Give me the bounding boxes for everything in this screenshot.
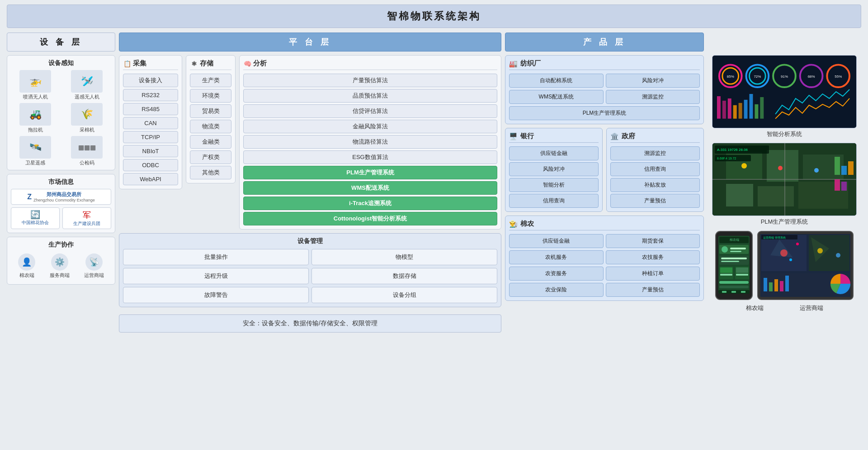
collab-icons: 👤 棉农端 ⚙️ 服务商端 📡 运营商端 [11, 252, 111, 281]
collect-item-7: WebAPI [123, 173, 178, 185]
svg-text:68%: 68% [808, 75, 815, 79]
svg-rect-18 [744, 100, 748, 119]
govt-item-2: 补贴发放 [610, 178, 700, 192]
device-mgmt-batch: 批量操作 [123, 249, 309, 265]
farmer-item-4: 期货套保 [606, 234, 700, 248]
device-mgmt-storage: 数据存储 [311, 268, 497, 284]
main-wrapper: 智棉物联系统架构 设 备 层 平 台 层 产 品 层 设备感知 🚁 喷洒无人机 … [0, 0, 868, 450]
svg-rect-80 [769, 282, 773, 291]
analysis-item-wms: WMS配送系统 [243, 181, 497, 195]
govt-icon: 🏛️ [610, 132, 619, 141]
bank-title: 银行 [520, 132, 534, 141]
svg-rect-51 [730, 251, 741, 252]
market-info-section: 市场信息 Z 郑州商品交易所 Zhengzhou Commodity Excha… [7, 174, 115, 233]
svg-rect-62 [719, 286, 749, 288]
textile-icon: 🏭 [509, 60, 518, 68]
security-bar: 安全：设备安全、数据传输/存储安全、权限管理 [119, 314, 501, 333]
analysis-item-5: ESG数值算法 [243, 150, 497, 164]
farmer-item-5: 农技服务 [606, 250, 700, 264]
svg-rect-53 [721, 258, 747, 259]
production-collab-section: 生产协作 👤 棉农端 ⚙️ 服务商端 📡 运营商端 [7, 237, 115, 285]
govt-section: 🏛️ 政府 溯源监控 信用查询 补贴发放 产量预估 [606, 128, 704, 212]
barcode-icon: ▦▦▦ [71, 136, 103, 159]
svg-text:棉农端: 棉农端 [730, 238, 739, 241]
farmer-item-1: 农机服务 [509, 250, 604, 264]
device-column: 设备感知 🚁 喷洒无人机 🛩️ 遥感无人机 🚜 拖拉机 [7, 55, 115, 285]
svg-point-37 [778, 166, 783, 170]
govt-item-3: 产量预估 [610, 194, 700, 208]
textile-item-1: 风险对冲 [606, 74, 700, 88]
device-grid: 🚁 喷洒无人机 🛩️ 遥感无人机 🚜 拖拉机 🌾 采棉机 [11, 70, 111, 166]
bank-item-0: 供应链金融 [509, 146, 599, 160]
storage-items: 生产类 环境类 贸易类 物流类 金融类 产权类 其他类 [190, 74, 231, 179]
zhengzhou-exchange-logo: Z 郑州商品交易所 Zhengzhou Commodity Exchange [11, 189, 111, 205]
textile-section: 🏭 纺织厂 自动配棉系统 风险对冲 WMS配送系统 溯源监控 PLM生产管理系统 [505, 55, 704, 124]
device-item-cotton-picker: 🌾 采棉机 [62, 103, 111, 133]
mobile-labels: 棉农端 运营商端 [746, 304, 823, 312]
plm-map: A-331 19726 28.06 8.68F.4 19.72 [712, 143, 856, 216]
svg-rect-15 [728, 98, 731, 119]
bank-item-1: 风险对冲 [509, 162, 599, 176]
remote-drone-icon: 🛩️ [71, 70, 103, 93]
analysis-header: 🧠 分析 [243, 59, 497, 70]
barcode-label: 公检码 [80, 159, 94, 166]
collab-service: ⚙️ 服务商端 [50, 253, 70, 279]
svg-rect-79 [764, 278, 767, 291]
market-info-title: 市场信息 [11, 178, 111, 186]
analysis-column: 🧠 分析 产量预估算法 品质预估算法 信贷评估算法 金融风险算法 物流路径算法 … [239, 55, 501, 230]
storage-title: 存储 [200, 59, 213, 68]
storage-item-1: 环境类 [190, 89, 231, 103]
product-layer-header: 产 品 层 [505, 33, 704, 52]
tablet-label: 运营商端 [800, 304, 823, 312]
device-sensing-section: 设备感知 🚁 喷洒无人机 🛩️ 遥感无人机 🚜 拖拉机 [7, 55, 115, 170]
svg-rect-16 [733, 105, 737, 119]
analysis-box: 🧠 分析 产量预估算法 品质预估算法 信贷评估算法 金融风险算法 物流路径算法 … [239, 55, 501, 230]
cotton-picker-label: 采棉机 [80, 127, 94, 133]
device-item-remote-drone: 🛩️ 遥感无人机 [62, 70, 111, 100]
device-item-satellite: 🛰️ 卫星遥感 [11, 136, 60, 166]
analysis-item-cottonologist: Cottonologist智能分析系统 [243, 212, 497, 225]
farmer-icon: 👤 [18, 253, 35, 271]
svg-rect-42 [835, 179, 840, 191]
collect-header: 📋 采集 [123, 59, 178, 70]
platform-top: 📋 采集 设备接入 RS232 RS485 CAN TCP/IP NBIoT O… [119, 55, 501, 230]
device-mgmt-box: 设备管理 批量操作 物模型 远程升级 数据存储 故障警告 设备分组 [119, 233, 501, 307]
collect-item-3: CAN [123, 117, 178, 129]
svg-rect-28 [758, 186, 794, 206]
collect-item-1: RS232 [123, 89, 178, 101]
svg-rect-14 [722, 101, 726, 119]
textile-header: 🏭 纺织厂 [509, 59, 700, 70]
smart-analysis-dashboard: 85% 72% 91% 68% 55% [712, 56, 856, 128]
corps-logo: 军 生产建设兵团 [62, 207, 111, 229]
farmer-section-icon: 👨‍🌾 [509, 220, 518, 228]
china-cotton-logo: 🔄 中国棉花协会 [11, 207, 60, 229]
collect-column: 📋 采集 设备接入 RS232 RS485 CAN TCP/IP NBIoT O… [119, 55, 182, 230]
govt-item-0: 溯源监控 [610, 146, 700, 160]
tractor-label: 拖拉机 [28, 127, 43, 133]
storage-icon: ⚛ [190, 60, 198, 68]
production-collab-title: 生产协作 [11, 241, 111, 249]
svg-rect-60 [736, 274, 748, 276]
storage-item-3: 物流类 [190, 120, 231, 133]
svg-point-36 [741, 163, 747, 169]
govt-item-1: 信用查询 [610, 162, 700, 176]
collect-item-0: 设备接入 [123, 74, 178, 87]
storage-item-6: 其他类 [190, 166, 231, 179]
storage-item-5: 产权类 [190, 150, 231, 164]
farmer-section-title: 棉农 [520, 220, 534, 228]
svg-rect-56 [720, 267, 732, 273]
cotton-picker-icon: 🌾 [71, 103, 103, 126]
collect-icon: 📋 [123, 60, 131, 68]
farmer-item-6: 种植订单 [606, 267, 700, 281]
analysis-item-2: 信贷评估算法 [243, 104, 497, 118]
mobile-screenshots: 棉农端 [715, 230, 854, 302]
analysis-item-4: 物流路径算法 [243, 135, 497, 149]
market-logo-row: 🔄 中国棉花协会 军 生产建设兵团 [11, 207, 111, 229]
plm-screenshot: A-331 19726 28.06 8.68F.4 19.72 [712, 143, 857, 216]
svg-rect-61 [719, 281, 749, 284]
platform-layer-header: 平 台 层 [119, 33, 501, 52]
farmer-items: 供应链金融 期货套保 农机服务 农技服务 农资服务 种植订单 农业保险 产量预估 [509, 234, 700, 297]
smart-analysis-screenshot-block: 85% 72% 91% 68% 55% [708, 55, 861, 138]
collab-farmer: 👤 棉农端 [18, 253, 35, 279]
svg-rect-83 [785, 276, 789, 291]
